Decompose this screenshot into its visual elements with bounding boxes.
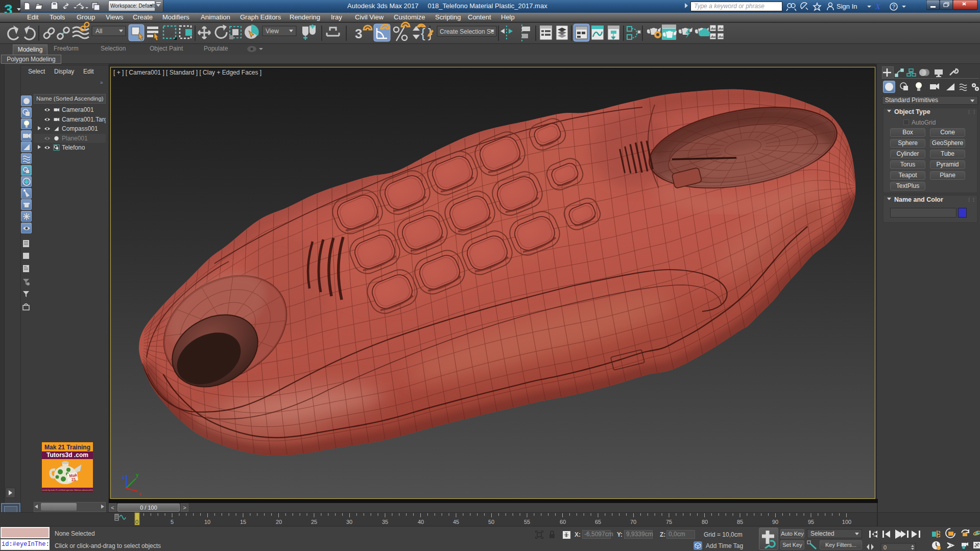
svg-text:0: 0 <box>135 519 138 525</box>
svg-text:21: 21 <box>71 477 77 482</box>
svg-text:60: 60 <box>560 519 566 525</box>
svg-text:80: 80 <box>702 519 708 525</box>
svg-text:10: 10 <box>204 519 210 525</box>
svg-text:25: 25 <box>311 519 317 525</box>
svg-text:0: 0 <box>883 544 887 550</box>
svg-text:90: 90 <box>772 519 778 525</box>
svg-text:30: 30 <box>346 519 352 525</box>
svg-text:70: 70 <box>630 519 636 525</box>
svg-text:75: 75 <box>666 519 672 525</box>
svg-text:55: 55 <box>524 519 530 525</box>
svg-text:5: 5 <box>171 519 174 525</box>
svg-text:50: 50 <box>488 519 494 525</box>
svg-text:45: 45 <box>453 519 459 525</box>
svg-text:65: 65 <box>595 519 601 525</box>
svg-text:20: 20 <box>276 519 282 525</box>
svg-text:15: 15 <box>240 519 246 525</box>
svg-text:40: 40 <box>418 519 424 525</box>
svg-text:100: 100 <box>842 519 851 525</box>
svg-text:95: 95 <box>808 519 814 525</box>
svg-text:85: 85 <box>737 519 743 525</box>
svg-text:35: 35 <box>382 519 388 525</box>
